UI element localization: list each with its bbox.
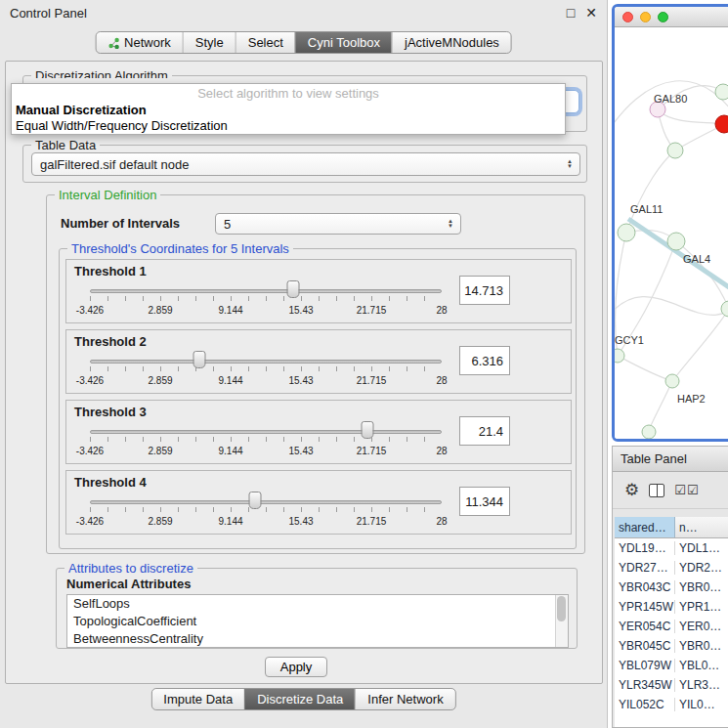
column-header-shared-name[interactable]: shared… <box>615 517 675 537</box>
table-cell[interactable]: YBR045C <box>615 639 675 653</box>
slider-scale: -3.426 2.859 9.144 15.43 21.715 28 <box>90 375 442 387</box>
table-cell[interactable]: YER054C <box>615 620 675 633</box>
tab-cyni-toolbox[interactable]: Cyni Toolbox <box>295 32 392 53</box>
node-hap2[interactable] <box>665 374 679 388</box>
numerical-attributes-list[interactable]: SelfLoops TopologicalCoefficient Between… <box>66 594 569 648</box>
slider-track[interactable] <box>90 500 442 504</box>
list-scrollbar[interactable] <box>555 595 568 647</box>
list-item-selfloops[interactable]: SelfLoops <box>67 595 568 613</box>
table-cell[interactable]: YER0… <box>675 620 728 633</box>
table-cell[interactable]: YBR043C <box>615 580 675 594</box>
close-window-icon[interactable]: ✕ <box>585 5 597 21</box>
select-columns-checkbox-icon[interactable]: ☑☑ <box>674 484 699 496</box>
table-data-combobox[interactable]: galFiltered.sif default node ▲▼ <box>31 152 580 176</box>
table-cell[interactable]: YIL0… <box>675 698 728 711</box>
threshold-2-slider[interactable] <box>90 350 442 375</box>
slider-track[interactable] <box>90 360 442 364</box>
list-item-topologicalcoefficient[interactable]: TopologicalCoefficient <box>67 613 568 630</box>
algorithm-option-equal-width-frequency[interactable]: Equal Width/Frequency Discretization <box>12 118 565 134</box>
scale-label: 15.43 <box>288 375 313 386</box>
threshold-3-value-field[interactable]: 21.4 <box>459 416 510 446</box>
tab-jactivemnodules[interactable]: jActiveMNodules <box>392 32 511 53</box>
node-gal11[interactable] <box>618 224 635 241</box>
threshold-3-label: Threshold 3 <box>74 405 147 419</box>
table-cell[interactable]: YDL19… <box>615 541 675 555</box>
threshold-4-slider[interactable] <box>90 491 442 516</box>
network-canvas[interactable]: GAL80 GAL11 GAL4 GCY1 HAP2 <box>615 27 728 442</box>
table-cell[interactable]: YBL0… <box>675 659 728 672</box>
scale-label: 21.715 <box>357 305 387 316</box>
table-cell[interactable]: YDR2… <box>675 561 728 575</box>
table-cell[interactable]: YIL052C <box>615 698 675 711</box>
node-gcy1[interactable] <box>615 349 624 363</box>
slider-scale: -3.426 2.859 9.144 15.43 21.715 28 <box>90 305 442 317</box>
list-item-betweennesscentrality[interactable]: BetweennessCentrality <box>67 630 568 648</box>
scale-label: 9.144 <box>218 516 242 527</box>
tab-select[interactable]: Select <box>236 32 295 53</box>
table-cell[interactable]: YDL1… <box>675 541 728 555</box>
table-cell[interactable]: YLR345W <box>615 678 675 692</box>
threshold-4-value-field[interactable]: 11.344 <box>459 487 510 516</box>
table-row[interactable]: YIL052CYIL0… <box>615 695 728 714</box>
table-row[interactable]: YBR043CYBR0… <box>615 578 728 597</box>
slider-thumb[interactable] <box>249 492 262 509</box>
discretization-algorithm-group-label: Discretization Algorithm <box>31 68 172 78</box>
node-label-hap2: HAP2 <box>677 393 706 405</box>
number-of-intervals-combobox[interactable]: 5 ▲▼ <box>215 213 461 235</box>
apply-button[interactable]: Apply <box>265 657 327 677</box>
network-nodes[interactable] <box>615 84 728 439</box>
slider-scale: -3.426 2.859 9.144 15.43 21.715 28 <box>90 516 442 528</box>
table-panel-window: Table Panel ⚙ ☑☑ shared… n… YDL19…YDL1… … <box>612 446 728 728</box>
table-row[interactable]: YER054CYER0… <box>615 617 728 636</box>
table-row[interactable]: YBL079WYBL0… <box>615 656 728 675</box>
table-row[interactable]: YLR345WYLR3… <box>615 675 728 695</box>
node[interactable] <box>715 84 728 100</box>
slider-track[interactable] <box>90 289 442 293</box>
slider-thumb[interactable] <box>362 421 374 439</box>
tab-network[interactable]: Network <box>96 32 183 53</box>
slider-track[interactable] <box>90 430 442 434</box>
table-row[interactable]: YPR145WYPR1… <box>615 597 728 617</box>
table-cell[interactable]: YPR145W <box>615 600 675 614</box>
algorithm-option-manual-discretization[interactable]: Manual Discretization <box>12 103 565 118</box>
threshold-1-value-field[interactable]: 14.713 <box>459 276 510 305</box>
slider-thumb[interactable] <box>193 351 205 368</box>
table-cell[interactable]: YDR27… <box>615 561 675 575</box>
threshold-1-panel: Threshold 1 -3.426 2.859 9.144 15.43 21.… <box>65 259 572 323</box>
scale-label: 9.144 <box>218 446 242 456</box>
node[interactable] <box>642 425 656 439</box>
float-window-icon[interactable]: □ <box>567 5 575 21</box>
node-selected-red[interactable] <box>715 115 728 133</box>
scrollbar-thumb[interactable] <box>557 596 566 621</box>
threshold-1-slider[interactable] <box>90 279 442 305</box>
zoom-traffic-light-icon[interactable] <box>658 12 668 22</box>
table-cell[interactable]: YBR0… <box>675 580 728 594</box>
table-row[interactable]: YDR27…YDR2… <box>615 558 728 578</box>
table-cell[interactable]: YBR0… <box>675 639 728 653</box>
tab-impute-data[interactable]: Impute Data <box>151 689 244 709</box>
tab-infer-network[interactable]: Infer Network <box>355 689 454 709</box>
threshold-1-label: Threshold 1 <box>74 264 147 278</box>
slider-thumb[interactable] <box>286 280 299 298</box>
scale-label: 15.43 <box>288 446 313 456</box>
table-cell[interactable]: YPR1… <box>675 600 728 614</box>
threshold-2-value-field[interactable]: 6.316 <box>459 346 510 375</box>
gear-icon[interactable]: ⚙ <box>624 482 639 498</box>
tab-style[interactable]: Style <box>183 32 236 53</box>
algorithm-placeholder-option[interactable]: Select algorithm to view settings <box>12 84 565 103</box>
table-cell[interactable]: YBL079W <box>615 659 675 672</box>
table-row[interactable]: YBR045CYBR0… <box>615 636 728 656</box>
slider-ticks <box>90 296 442 301</box>
columns-icon[interactable] <box>649 484 664 497</box>
close-traffic-light-icon[interactable] <box>622 12 633 22</box>
scale-label: 28 <box>436 446 447 456</box>
column-header-name[interactable]: n… <box>675 517 728 537</box>
threshold-3-slider[interactable] <box>90 420 442 446</box>
tab-discretize-data[interactable]: Discretize Data <box>244 689 355 709</box>
minimize-traffic-light-icon[interactable] <box>640 12 651 22</box>
table-row[interactable]: YDL19…YDL1… <box>615 538 728 558</box>
scale-label: 15.43 <box>288 305 313 316</box>
node[interactable] <box>667 143 683 158</box>
node-gal4[interactable] <box>667 233 685 250</box>
table-cell[interactable]: YLR3… <box>675 678 728 692</box>
